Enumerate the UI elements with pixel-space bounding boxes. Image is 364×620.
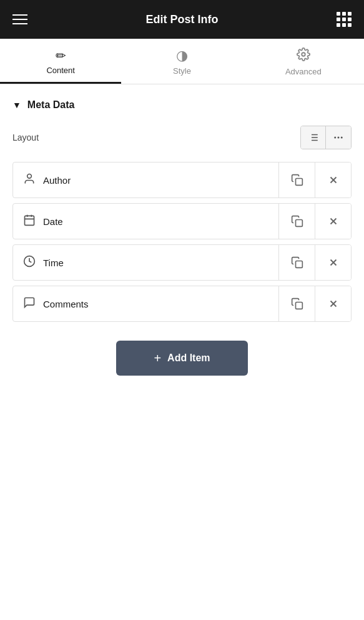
item-row-comments: Comments [12,286,352,322]
items-list: Author [12,162,352,322]
time-icon [23,255,36,271]
tab-content-label: Content [46,66,75,75]
app-container: Edit Post Info ✏ Content ◑ Style Advance… [0,0,364,620]
add-item-label: Add Item [167,352,210,364]
tab-style-label: Style [173,66,191,76]
style-icon: ◑ [176,49,188,62]
layout-label: Layout [12,132,39,142]
item-author-label: Author [43,175,71,186]
item-date-copy-button[interactable] [278,204,315,239]
plus-icon: + [154,352,161,364]
advanced-icon [297,48,310,63]
item-date-label: Date [43,216,63,227]
item-comments-delete-button[interactable] [315,286,351,321]
tabs-bar: ✏ Content ◑ Style Advanced [0,39,364,84]
item-comments-label: Comments [43,299,89,309]
item-date-label-area: Date [13,204,278,239]
svg-rect-14 [25,216,34,225]
svg-point-10 [27,174,32,178]
tab-advanced[interactable]: Advanced [243,39,364,84]
svg-point-7 [334,137,336,139]
header: Edit Post Info [0,0,364,39]
header-title: Edit Post Info [146,13,219,26]
svg-rect-11 [295,179,302,186]
svg-rect-22 [295,261,302,268]
layout-row: Layout [12,126,352,149]
section-title: Meta Data [27,99,75,111]
content-icon: ✏ [56,49,66,62]
section-collapse-arrow[interactable]: ▼ [12,100,21,110]
item-row-author: Author [12,162,352,198]
svg-point-9 [341,137,343,139]
comments-icon [23,296,36,312]
grid-icon[interactable] [337,12,352,27]
item-time-label-area: Time [13,245,278,280]
svg-point-8 [338,137,340,139]
item-time-label: Time [43,258,64,268]
svg-point-0 [302,52,305,56]
date-icon [23,214,36,229]
section-header: ▼ Meta Data [12,99,352,111]
item-row-time: Time [12,244,352,281]
svg-rect-18 [295,220,302,227]
tab-style[interactable]: ◑ Style [121,39,242,84]
item-time-delete-button[interactable] [315,245,351,280]
add-item-container: + Add Item [12,341,352,376]
author-icon [23,172,36,188]
item-author-copy-button[interactable] [278,162,315,198]
tab-advanced-label: Advanced [285,67,322,76]
item-author-delete-button[interactable] [315,162,351,198]
hamburger-icon[interactable] [12,14,27,24]
item-comments-copy-button[interactable] [278,286,315,321]
tab-content[interactable]: ✏ Content [0,39,121,84]
item-time-copy-button[interactable] [278,245,315,280]
item-date-delete-button[interactable] [315,204,351,239]
layout-controls [300,126,352,149]
item-author-label-area: Author [13,162,278,198]
item-comments-label-area: Comments [13,286,278,321]
item-row-date: Date [12,203,352,239]
layout-list-button[interactable] [301,126,326,149]
svg-rect-25 [295,302,302,309]
add-item-button[interactable]: + Add Item [116,341,247,376]
layout-more-button[interactable] [326,126,351,149]
content-area: ▼ Meta Data Layout [0,84,364,620]
